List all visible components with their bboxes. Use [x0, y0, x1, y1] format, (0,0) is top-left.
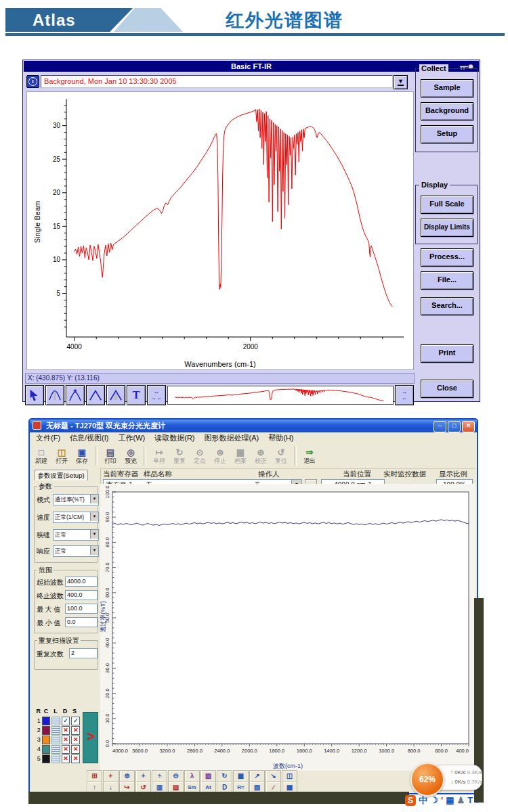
soft-keyboard-icon[interactable]: ▦ — [446, 795, 454, 806]
graph-tool-row1-7[interactable]: ▨ — [200, 770, 216, 782]
toolbar-button-打开[interactable]: ◫打开 — [51, 448, 72, 464]
peak-width-tool-button[interactable] — [45, 385, 64, 405]
graph-tool-row1-11[interactable]: ↘ — [266, 770, 281, 782]
repeat-count-input[interactable]: 2 — [69, 648, 98, 658]
mode-select[interactable]: 通过率(%T)▼ — [53, 494, 99, 505]
graph-tool-row1-4[interactable]: ÷ — [152, 770, 167, 782]
max-value-input[interactable]: 100.0 — [65, 604, 98, 614]
print-button[interactable]: Print — [421, 344, 473, 363]
ime-chinese-icon[interactable]: 中 — [419, 795, 427, 806]
dot-icon[interactable]: . — [475, 795, 478, 806]
register-save-checkbox[interactable]: ✕ — [71, 754, 80, 763]
register-display-checkbox[interactable]: ✕ — [62, 726, 70, 735]
graph-tool-row1-9[interactable]: ▦ — [233, 770, 249, 782]
toolbar-button-保存[interactable]: ▣保存 — [72, 448, 92, 464]
select-tool-button[interactable] — [25, 385, 44, 405]
graph-tool-row1-1[interactable]: + — [103, 770, 119, 782]
register-color-swatch[interactable] — [42, 726, 51, 735]
search-button[interactable]: Search... — [421, 297, 473, 315]
menu-item-0[interactable]: 文件(F) — [31, 432, 65, 443]
graph-tool-row1-10[interactable]: ↗ — [249, 770, 265, 782]
info-icon[interactable]: i — [26, 75, 39, 88]
menu-item-4[interactable]: 图形数据处理(A) — [200, 432, 264, 443]
toolbar-button-退出[interactable]: ⇒退出 — [299, 448, 320, 464]
tj-chart-panel: 100.090.080.070.060.050.040.030.020.010.… — [100, 484, 475, 771]
register-save-checkbox[interactable]: ✓ — [71, 717, 80, 725]
person-icon[interactable]: ♟ — [457, 795, 465, 806]
speed-select[interactable]: 正常(1/CM)▼ — [53, 512, 99, 523]
scroll-spectrum-button[interactable]: → ← — [395, 385, 414, 405]
spectrum-dropdown-button[interactable]: ▼ — [394, 75, 408, 89]
peak-outline-tool-button[interactable] — [86, 385, 105, 405]
register-save-checkbox[interactable]: ✕ — [71, 726, 80, 735]
menu-item-1[interactable]: 信息/视图(I) — [65, 432, 113, 443]
peak-area-tool-button[interactable] — [106, 385, 125, 405]
register-style-icon[interactable] — [51, 754, 60, 763]
close-button[interactable]: Close — [421, 380, 473, 398]
punctuation-icon[interactable]: ’ — [441, 795, 444, 806]
graph-tool-row1-8[interactable]: ↻ — [217, 770, 232, 782]
register-display-checkbox[interactable]: ✕ — [62, 754, 70, 763]
ftir-titlebar[interactable]: Basic FT-IR — [24, 61, 479, 72]
toolbar-button-预览[interactable]: ◎预览 — [121, 448, 141, 464]
register-color-swatch[interactable] — [42, 717, 51, 725]
sample-button[interactable]: Sample — [421, 79, 473, 97]
setup-tab[interactable]: 参数设置(Setup) — [34, 470, 88, 480]
register-style-icon[interactable] — [51, 717, 60, 725]
graph-tool-row1-6[interactable]: λ — [184, 770, 200, 782]
minimize-button[interactable]: ─ — [433, 421, 446, 432]
start-wavenumber-input[interactable]: 4000.0 — [65, 577, 98, 587]
register-style-icon[interactable] — [51, 726, 60, 735]
response-select[interactable]: 正常▼ — [53, 545, 99, 557]
graph-tool-row1-5[interactable]: ⊖ — [168, 770, 184, 782]
toolbar-icon-打印: ▤ — [100, 448, 121, 457]
text-tool-button[interactable]: T — [127, 385, 146, 405]
moon-icon[interactable]: ☽ — [430, 795, 438, 806]
graph-tool-row1-0[interactable]: ⊞ — [87, 770, 102, 782]
register-style-icon[interactable] — [51, 745, 60, 754]
toolbar-button-打印[interactable]: ▤打印 — [100, 448, 121, 464]
toolbar-button-新建[interactable]: □新建 — [31, 448, 51, 464]
menu-item-2[interactable]: 工作(W) — [114, 432, 150, 443]
apply-chevron-button[interactable]: > — [83, 712, 98, 763]
end-wavenumber-input[interactable]: 400.0 — [65, 590, 98, 600]
register-color-swatch[interactable] — [42, 754, 51, 763]
fit-x-button[interactable]: ↔ →← — [147, 385, 166, 405]
spectrum-title-field[interactable]: Background, Mon Jan 10 13:30:30 2005 — [41, 75, 393, 88]
response-value: 正常 — [55, 547, 66, 554]
process-button[interactable]: Process... — [421, 248, 473, 267]
progress-badge[interactable]: 62% — [410, 763, 444, 796]
shirt-icon[interactable]: T — [467, 795, 473, 806]
graph-tool-row1-12[interactable]: ◫ — [282, 770, 297, 782]
register-save-checkbox[interactable]: ✕ — [71, 745, 80, 754]
tj-transmittance-plot: 100.090.080.070.060.050.040.030.020.010.… — [100, 484, 475, 760]
graph-tool-row1-2[interactable]: ⊕ — [119, 770, 135, 782]
spectrum-overview-strip[interactable] — [167, 386, 394, 405]
full-scale-button[interactable]: Full Scale — [421, 196, 473, 214]
close-window-button[interactable]: ✕ — [462, 421, 475, 432]
min-value-input[interactable]: 0.0 — [65, 617, 98, 627]
background-button[interactable]: Background — [421, 102, 473, 120]
slit-select[interactable]: 正常▼ — [53, 529, 99, 541]
range-group-label: 范围 — [37, 566, 54, 575]
setup-button[interactable]: Setup — [421, 125, 473, 143]
register-display-checkbox[interactable]: ✓ — [62, 717, 70, 725]
file-button[interactable]: File... — [421, 271, 473, 290]
sogou-icon[interactable]: S — [405, 795, 416, 806]
maximize-button[interactable]: □ — [448, 421, 461, 432]
mode-label: 模式 — [37, 495, 50, 505]
graph-tool-row1-3[interactable]: + — [135, 770, 151, 782]
peak-pick-tool-button[interactable] — [66, 385, 85, 405]
register-row-2: 2✕✕ — [35, 725, 80, 735]
menu-item-3[interactable]: 读取数据(R) — [150, 432, 199, 443]
register-col-D: D — [61, 708, 69, 715]
register-display-checkbox[interactable]: ✕ — [62, 745, 70, 754]
register-save-checkbox[interactable]: ✕ — [71, 736, 80, 744]
register-color-swatch[interactable] — [42, 745, 51, 754]
register-display-checkbox[interactable]: ✕ — [62, 736, 70, 744]
register-style-icon[interactable] — [51, 736, 60, 744]
register-color-swatch[interactable] — [42, 736, 51, 744]
menu-item-5[interactable]: 帮助(H) — [263, 432, 298, 443]
display-limits-button[interactable]: Display Limits — [421, 219, 473, 237]
tj-titlebar[interactable]: 无标题 - TJ270型 双光束分光光度计 ─ □ ✕ — [30, 420, 477, 432]
